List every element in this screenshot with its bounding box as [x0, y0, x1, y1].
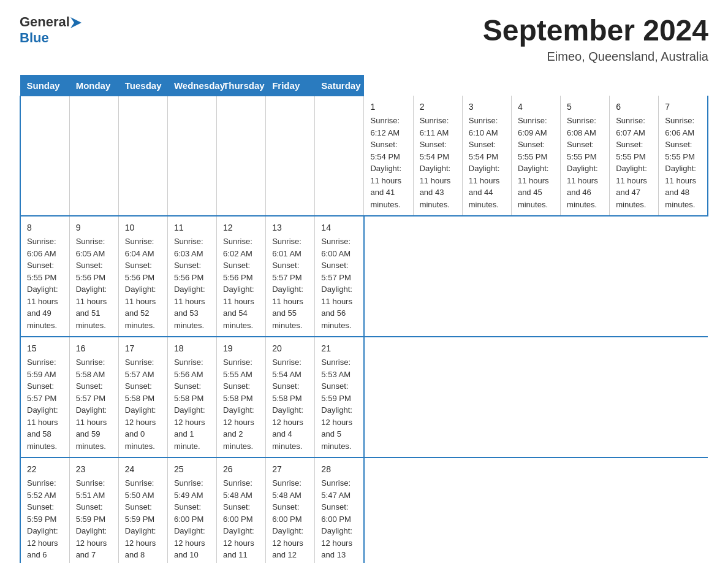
- day-sunset: Sunset: 5:54 PM: [469, 139, 505, 163]
- day-daylight: Daylight: 12 hours and 5 minutes.: [321, 404, 357, 452]
- day-daylight: Daylight: 11 hours and 55 minutes.: [272, 283, 308, 331]
- day-sunset: Sunset: 5:55 PM: [567, 139, 603, 163]
- day-sunrise: Sunrise: 5:49 AM: [174, 477, 210, 501]
- day-number: 19: [223, 342, 259, 355]
- day-sunset: Sunset: 5:59 PM: [27, 501, 63, 525]
- table-row: 15 Sunrise: 5:59 AM Sunset: 5:57 PM Dayl…: [20, 337, 69, 458]
- day-sunset: Sunset: 6:00 PM: [223, 501, 259, 525]
- table-row: 14 Sunrise: 6:00 AM Sunset: 5:57 PM Dayl…: [315, 216, 364, 337]
- table-row: [118, 96, 167, 216]
- logo-arrow-icon: [70, 17, 82, 31]
- table-row: 23 Sunrise: 5:51 AM Sunset: 5:59 PM Dayl…: [69, 458, 118, 563]
- day-sunrise: Sunrise: 6:08 AM: [567, 115, 603, 139]
- day-number: 18: [174, 342, 210, 355]
- day-number: 24: [125, 463, 161, 476]
- day-daylight: Daylight: 11 hours and 45 minutes.: [518, 163, 554, 210]
- day-daylight: Daylight: 12 hours and 7 minutes.: [76, 525, 112, 563]
- table-row: 22 Sunrise: 5:52 AM Sunset: 5:59 PM Dayl…: [20, 458, 69, 563]
- day-number: 11: [174, 221, 210, 234]
- day-sunset: Sunset: 5:56 PM: [125, 259, 161, 283]
- table-row: 24 Sunrise: 5:50 AM Sunset: 5:59 PM Dayl…: [118, 458, 167, 563]
- day-daylight: Daylight: 11 hours and 59 minutes.: [76, 404, 112, 452]
- day-sunrise: Sunrise: 5:54 AM: [272, 356, 308, 380]
- header-row: Sunday Monday Tuesday Wednesday Thursday…: [20, 75, 708, 96]
- col-tuesday: Tuesday: [118, 75, 167, 96]
- day-sunset: Sunset: 5:57 PM: [272, 259, 308, 283]
- table-row: 18 Sunrise: 5:56 AM Sunset: 5:58 PM Dayl…: [167, 337, 216, 458]
- day-number: 21: [321, 342, 357, 355]
- day-number: 12: [223, 221, 259, 234]
- day-sunrise: Sunrise: 6:10 AM: [469, 115, 505, 139]
- calendar-week-row: 22 Sunrise: 5:52 AM Sunset: 5:59 PM Dayl…: [20, 458, 708, 563]
- page-header: General Blue September 2024 Eimeo, Queen…: [20, 15, 708, 64]
- day-sunset: Sunset: 5:55 PM: [27, 259, 63, 283]
- day-number: 17: [125, 342, 161, 355]
- day-number: 14: [321, 221, 357, 234]
- day-sunset: Sunset: 5:57 PM: [321, 259, 357, 283]
- table-row: 19 Sunrise: 5:55 AM Sunset: 5:58 PM Dayl…: [217, 337, 266, 458]
- day-sunset: Sunset: 5:57 PM: [27, 380, 63, 404]
- day-daylight: Daylight: 12 hours and 11 minutes.: [223, 525, 259, 563]
- calendar-week-row: 1 Sunrise: 6:12 AM Sunset: 5:54 PM Dayli…: [20, 96, 708, 216]
- day-sunrise: Sunrise: 5:50 AM: [125, 477, 161, 501]
- day-daylight: Daylight: 11 hours and 41 minutes.: [370, 163, 406, 210]
- table-row: 26 Sunrise: 5:48 AM Sunset: 6:00 PM Dayl…: [217, 458, 266, 563]
- calendar-header: Sunday Monday Tuesday Wednesday Thursday…: [20, 75, 708, 96]
- logo-blue-text: Blue: [20, 30, 49, 45]
- page-title: September 2024: [483, 15, 708, 47]
- table-row: 21 Sunrise: 5:53 AM Sunset: 5:59 PM Dayl…: [315, 337, 364, 458]
- col-thursday: Thursday: [217, 75, 266, 96]
- day-sunset: Sunset: 5:57 PM: [76, 380, 112, 404]
- title-block: September 2024 Eimeo, Queensland, Austra…: [483, 15, 708, 64]
- day-sunrise: Sunrise: 6:07 AM: [616, 115, 652, 139]
- day-number: 13: [272, 221, 308, 234]
- day-daylight: Daylight: 11 hours and 51 minutes.: [76, 283, 112, 331]
- day-sunset: Sunset: 5:55 PM: [616, 139, 652, 163]
- day-daylight: Daylight: 11 hours and 53 minutes.: [174, 283, 210, 331]
- day-number: 20: [272, 342, 308, 355]
- logo-text: General Blue: [20, 15, 82, 45]
- day-number: 25: [174, 463, 210, 476]
- col-friday: Friday: [266, 75, 315, 96]
- day-sunrise: Sunrise: 6:06 AM: [665, 115, 701, 139]
- day-daylight: Daylight: 12 hours and 8 minutes.: [125, 525, 161, 563]
- day-sunrise: Sunrise: 5:52 AM: [27, 477, 63, 501]
- table-row: 25 Sunrise: 5:49 AM Sunset: 6:00 PM Dayl…: [167, 458, 216, 563]
- day-sunrise: Sunrise: 5:55 AM: [223, 356, 259, 380]
- day-number: 6: [616, 101, 652, 113]
- day-sunrise: Sunrise: 5:51 AM: [76, 477, 112, 501]
- table-row: [20, 96, 69, 216]
- day-sunrise: Sunrise: 6:04 AM: [125, 236, 161, 259]
- day-daylight: Daylight: 11 hours and 54 minutes.: [223, 283, 259, 331]
- calendar-body: 1 Sunrise: 6:12 AM Sunset: 5:54 PM Dayli…: [20, 96, 708, 563]
- day-sunset: Sunset: 6:00 PM: [174, 501, 210, 525]
- day-daylight: Daylight: 11 hours and 56 minutes.: [321, 283, 357, 331]
- day-sunset: Sunset: 5:56 PM: [76, 259, 112, 283]
- day-sunrise: Sunrise: 5:53 AM: [321, 356, 357, 380]
- day-number: 22: [27, 463, 63, 476]
- day-daylight: Daylight: 11 hours and 49 minutes.: [27, 283, 63, 331]
- day-sunset: Sunset: 6:00 PM: [272, 501, 308, 525]
- logo: General Blue: [20, 15, 82, 45]
- day-sunrise: Sunrise: 6:06 AM: [27, 236, 63, 259]
- day-daylight: Daylight: 12 hours and 13 minutes.: [321, 525, 357, 563]
- col-sunday: Sunday: [20, 75, 69, 96]
- table-row: 17 Sunrise: 5:57 AM Sunset: 5:58 PM Dayl…: [118, 337, 167, 458]
- day-daylight: Daylight: 12 hours and 0 minutes.: [125, 404, 161, 452]
- day-sunset: Sunset: 6:00 PM: [321, 501, 357, 525]
- page-subtitle: Eimeo, Queensland, Australia: [483, 50, 708, 64]
- day-number: 15: [27, 342, 63, 355]
- day-sunset: Sunset: 5:56 PM: [223, 259, 259, 283]
- day-sunrise: Sunrise: 5:57 AM: [125, 356, 161, 380]
- day-sunset: Sunset: 5:58 PM: [223, 380, 259, 404]
- calendar-table: Sunday Monday Tuesday Wednesday Thursday…: [20, 75, 708, 563]
- table-row: [167, 96, 216, 216]
- day-sunset: Sunset: 5:58 PM: [174, 380, 210, 404]
- table-row: 6 Sunrise: 6:07 AM Sunset: 5:55 PM Dayli…: [610, 96, 659, 216]
- day-daylight: Daylight: 11 hours and 43 minutes.: [420, 163, 456, 210]
- day-number: 16: [76, 342, 112, 355]
- day-sunrise: Sunrise: 6:12 AM: [370, 115, 406, 139]
- day-sunrise: Sunrise: 6:03 AM: [174, 236, 210, 259]
- day-daylight: Daylight: 11 hours and 44 minutes.: [469, 163, 505, 210]
- day-number: 10: [125, 221, 161, 234]
